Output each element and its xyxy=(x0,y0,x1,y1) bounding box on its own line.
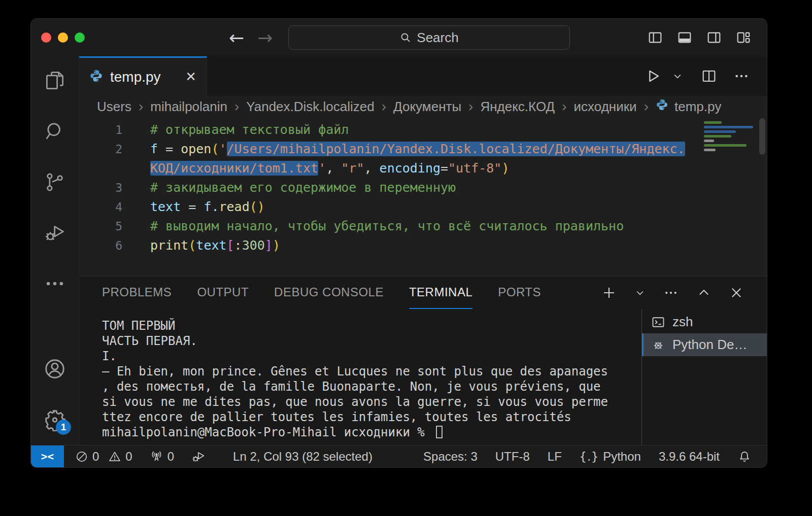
line-number: 2 xyxy=(79,140,122,159)
warning-icon xyxy=(108,450,121,463)
line-number: 4 xyxy=(79,197,122,217)
code-line[interactable]: 4text = f.read() xyxy=(79,197,767,217)
problems-status[interactable]: 0 0 xyxy=(75,450,132,464)
line-number: 1 xyxy=(79,120,122,140)
radio-tower-icon xyxy=(150,450,163,463)
search-icon xyxy=(399,31,412,44)
breadcrumb-item[interactable]: Яндекс.КОД xyxy=(480,99,555,115)
line-number: 3 xyxy=(79,178,122,197)
close-window-button[interactable] xyxy=(41,32,51,43)
traffic-lights xyxy=(41,32,85,43)
code-line[interactable]: КОД/исходники/tom1.txt', "r", encoding="… xyxy=(79,159,767,178)
minimap-line xyxy=(704,149,716,151)
minimap-line xyxy=(704,121,722,124)
python-icon xyxy=(656,98,668,111)
code-line[interactable]: 2f = open('/Users/mihailpolanin/Yandex.D… xyxy=(79,140,767,159)
code-line[interactable]: 3# закидываем его содержимое в переменну… xyxy=(79,178,767,197)
remote-indicator[interactable]: >< xyxy=(31,445,64,467)
ports-count: 0 xyxy=(167,450,174,464)
minimap-line xyxy=(704,144,747,147)
more-views-icon[interactable] xyxy=(43,271,67,296)
python-interpreter[interactable]: 3.9.6 64-bit xyxy=(659,450,720,464)
code-line[interactable]: 5# выводим начало, чтобы убедиться, что … xyxy=(79,217,767,236)
tab-temp-py[interactable]: temp.py ✕ xyxy=(79,56,207,96)
code-editor[interactable]: 1# открываем текстовый файл2f = open('/U… xyxy=(79,117,767,276)
panel-tab-terminal[interactable]: TERMINAL xyxy=(409,277,472,309)
breadcrumb-item[interactable]: исходники xyxy=(574,99,637,115)
terminal-session-zsh[interactable]: zsh xyxy=(642,311,767,333)
source-control-icon[interactable] xyxy=(43,170,67,194)
code-line[interactable]: 1# открываем текстовый файл xyxy=(79,120,767,140)
line-number: 5 xyxy=(79,217,122,236)
maximize-panel-icon[interactable] xyxy=(697,286,711,300)
error-count: 0 xyxy=(92,450,99,464)
terminal-sessions: zshPython De… xyxy=(641,309,767,445)
encoding-status[interactable]: UTF-8 xyxy=(495,450,530,464)
breadcrumb[interactable]: Users›mihailpolanin›Yandex.Disk.localize… xyxy=(79,96,767,117)
ports-status[interactable]: 0 xyxy=(150,450,174,464)
run-dropdown-chevron-icon[interactable] xyxy=(672,71,683,81)
toggle-panel-icon[interactable] xyxy=(676,29,693,46)
maximize-window-button[interactable] xyxy=(75,32,85,43)
python-icon xyxy=(89,69,103,85)
close-panel-icon[interactable] xyxy=(729,286,743,300)
close-tab-icon[interactable]: ✕ xyxy=(185,69,196,85)
search-label: Search xyxy=(417,30,458,46)
toggle-primary-sidebar-icon[interactable] xyxy=(647,29,663,46)
terminal-icon xyxy=(651,315,665,329)
notifications-bell-icon[interactable] xyxy=(737,450,752,464)
settings-gear-icon[interactable]: 1 xyxy=(43,407,67,432)
debug-bug-icon xyxy=(651,338,665,352)
split-editor-icon[interactable] xyxy=(701,68,717,84)
panel-tab-problems[interactable]: PROBLEMS xyxy=(102,277,172,309)
terminal-dropdown-chevron-icon[interactable] xyxy=(635,288,645,298)
status-bar: >< 0 0 0 Ln 2, Col 93 (82 selected) Spac… xyxy=(31,445,767,467)
braces-icon: {․} xyxy=(580,450,599,463)
minimap-line xyxy=(704,135,731,137)
bottom-panel: PROBLEMSOUTPUTDEBUG CONSOLETERMINALPORTS… xyxy=(79,276,767,445)
activity-bar: 1 xyxy=(31,56,79,445)
toggle-secondary-sidebar-icon[interactable] xyxy=(706,29,722,46)
breadcrumb-item[interactable]: Users xyxy=(97,99,131,115)
line-number xyxy=(79,159,122,178)
search-view-icon[interactable] xyxy=(43,119,67,144)
panel-tab-output[interactable]: OUTPUT xyxy=(197,277,249,309)
explorer-icon[interactable] xyxy=(43,68,67,93)
tab-label: temp.py xyxy=(110,69,161,85)
error-icon xyxy=(75,450,88,463)
minimap[interactable] xyxy=(704,121,755,153)
breadcrumb-separator-icon: › xyxy=(138,98,144,115)
terminal-session-python-de-[interactable]: Python De… xyxy=(642,333,767,356)
warning-count: 0 xyxy=(125,450,132,464)
run-python-file-icon[interactable] xyxy=(645,68,661,84)
tab-bar: temp.py ✕ xyxy=(79,56,767,96)
panel-tab-ports[interactable]: PORTS xyxy=(498,277,541,309)
new-terminal-icon[interactable] xyxy=(601,285,617,300)
breadcrumb-item[interactable]: temp.py xyxy=(674,99,722,115)
code-line[interactable]: 6print(text[:300]) xyxy=(79,236,767,255)
eol-status[interactable]: LF xyxy=(548,450,562,464)
editor-more-actions-icon[interactable] xyxy=(733,68,750,84)
breadcrumb-item[interactable]: Yandex.Disk.localized xyxy=(246,99,374,115)
breadcrumb-item[interactable]: Документы xyxy=(393,99,461,115)
indentation-status[interactable]: Spaces: 3 xyxy=(423,450,478,464)
panel-more-actions-icon[interactable] xyxy=(663,285,679,300)
python-icon xyxy=(89,69,103,83)
language-mode[interactable]: {․} Python xyxy=(580,450,641,464)
breadcrumb-item[interactable]: mihailpolanin xyxy=(150,99,227,115)
editor-scrollbar[interactable] xyxy=(759,118,765,155)
minimize-window-button[interactable] xyxy=(58,32,68,43)
panel-tab-debug-console[interactable]: DEBUG CONSOLE xyxy=(274,277,384,309)
breadcrumb-separator-icon: › xyxy=(233,98,240,115)
account-icon[interactable] xyxy=(43,357,67,381)
run-and-debug-icon[interactable] xyxy=(43,221,67,245)
back-icon[interactable]: ← xyxy=(229,27,244,48)
terminal-cursor xyxy=(436,426,443,438)
titlebar[interactable]: ← → Search xyxy=(31,19,767,56)
debug-status[interactable] xyxy=(191,450,206,464)
cursor-position[interactable]: Ln 2, Col 93 (82 selected) xyxy=(233,450,373,464)
forward-icon[interactable]: → xyxy=(257,27,273,48)
minimap-line xyxy=(704,126,753,128)
command-center-search[interactable]: Search xyxy=(288,25,570,50)
customize-layout-icon[interactable] xyxy=(735,29,752,46)
